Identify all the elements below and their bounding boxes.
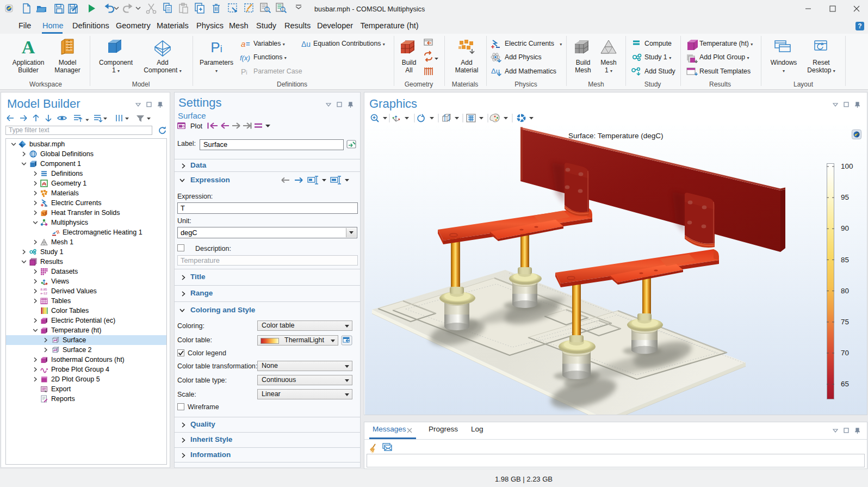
svg-text:Pi: Pi bbox=[241, 67, 247, 76]
svg-text:=: = bbox=[246, 40, 250, 48]
svg-text:A: A bbox=[22, 37, 35, 57]
svg-text:f(x): f(x) bbox=[240, 54, 250, 62]
svg-text:8.85: 8.85 bbox=[41, 287, 48, 291]
svg-text:Δu: Δu bbox=[491, 67, 500, 75]
svg-text:busbar.mph - COMSOL Multiphysi: busbar.mph - COMSOL Multiphysics bbox=[314, 5, 425, 13]
svg-text:Δu: Δu bbox=[301, 40, 311, 48]
svg-text:Plot: Plot bbox=[190, 122, 202, 130]
svg-text:Pi: Pi bbox=[210, 39, 222, 56]
svg-text:e-12: e-12 bbox=[41, 291, 48, 295]
svg-text:a: a bbox=[241, 39, 245, 48]
